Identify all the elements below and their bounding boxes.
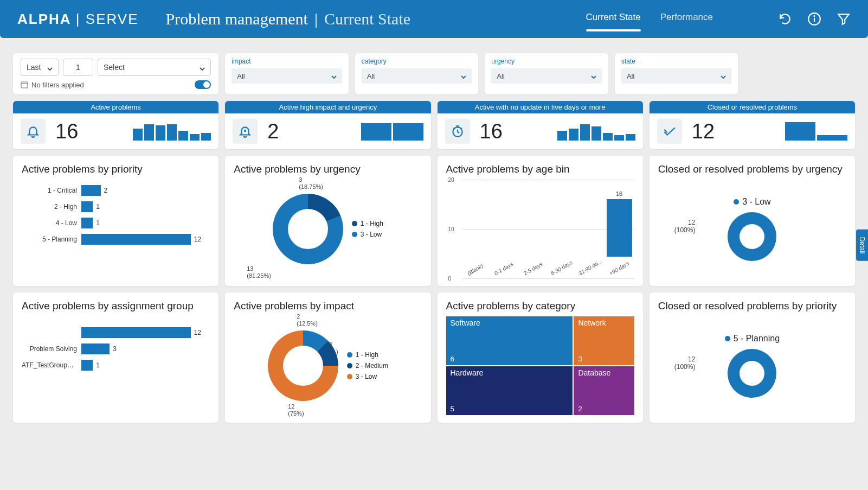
title-main: Problem management [166, 10, 308, 28]
kpi-no-update[interactable]: Active with no update in five days or mo… [438, 101, 643, 149]
chevron-down-icon [591, 73, 596, 79]
panel-category[interactable]: Active problems by category Software 6 N… [438, 292, 643, 423]
tree-cell-network[interactable]: Network 3 [574, 316, 634, 365]
slicer-category-value: All [367, 72, 375, 80]
slicer-impact: impact All [225, 53, 349, 94]
filter-icon[interactable] [837, 12, 851, 26]
info-icon[interactable] [807, 12, 821, 26]
legend-label: 1 - High [356, 351, 378, 359]
panel-impact[interactable]: Active problems by impact 1 - High 2 - M… [225, 292, 430, 423]
kpi-row: Active problems 16 Active high impact an… [13, 101, 855, 149]
slicer-category-label: category [362, 58, 472, 65]
tree-cell-database[interactable]: Database 2 [574, 366, 634, 415]
slicer-impact-label: impact [232, 58, 342, 65]
calendar-icon [21, 81, 28, 88]
title-sep: | [314, 10, 318, 28]
tree-cell-name: Network [578, 319, 606, 327]
kpi-value: 12 [692, 120, 715, 143]
panel-title: Active problems by urgency [234, 163, 422, 175]
brand-sep: | [76, 11, 86, 27]
chevron-down-icon [200, 65, 205, 70]
panel-assignment-group[interactable]: Active problems by assignment group 12 P… [13, 292, 218, 423]
hbar-value: 12 [194, 329, 201, 336]
donut-chart [268, 330, 338, 401]
tree-cell-software[interactable]: Software 6 [446, 316, 573, 365]
slicer-urgency-value: All [497, 72, 504, 80]
svg-point-2 [814, 16, 814, 16]
refresh-icon[interactable] [778, 12, 792, 26]
hbar-value: 12 [194, 236, 201, 243]
time-qty-input[interactable]: 1 [63, 59, 93, 76]
panel-urgency[interactable]: Active problems by urgency 1 - High 3 - … [225, 156, 430, 286]
kpi-value: 16 [480, 120, 503, 143]
tab-current-state[interactable]: Current State [586, 12, 641, 26]
time-unit-label: Select [104, 63, 125, 72]
tab-performance[interactable]: Performance [660, 12, 713, 26]
time-unit-select[interactable]: Select [98, 59, 211, 76]
legend-label: 3 - Low [742, 197, 770, 207]
detail-side-tab[interactable]: Detail [856, 229, 868, 261]
check-icon [657, 119, 682, 144]
nav-tabs: Current State Performance [586, 12, 713, 26]
slicer-category-select[interactable]: All [362, 68, 472, 84]
panel-age-bin[interactable]: Active problems by age bin 20 10 0 (Blan… [438, 156, 643, 286]
slicer-state-select[interactable]: All [621, 68, 732, 84]
slicer-impact-select[interactable]: All [232, 68, 342, 84]
callout: 12 (100%) [674, 355, 696, 371]
vbar-label: 2-5 days [522, 261, 543, 277]
hbar-row: Problem Solving 3 [22, 343, 210, 354]
y-tick: 20 [448, 177, 454, 183]
kpi-title: Active with no update in five days or mo… [438, 101, 643, 113]
slicer-urgency-select[interactable]: All [491, 68, 602, 84]
donut-chart [273, 194, 343, 264]
spark-chart [361, 122, 423, 141]
relative-toggle[interactable] [195, 80, 211, 89]
kpi-closed[interactable]: Closed or resolved problems 12 [650, 101, 855, 149]
kpi-title: Closed or resolved problems [650, 101, 855, 113]
hbar-label: ATF_TestGroup_Serv... [22, 361, 81, 369]
slicer-impact-value: All [237, 72, 245, 80]
main-content: Last 1 Select No filters applied [0, 38, 868, 438]
treemap-chart: Software 6 Network 3 Hardware 5 Database… [446, 316, 634, 415]
chevron-down-icon [461, 73, 466, 79]
brand-a: ALPHA [17, 11, 71, 27]
bell-alert-icon [233, 119, 258, 144]
panel-row-1: Active problems by priority 1 - Critical… [13, 156, 855, 286]
brand-b: SERVE [86, 11, 139, 27]
hbar-row: 12 [22, 327, 210, 338]
panel-title: Closed or resolved problems by priority [658, 300, 846, 312]
panel-priority[interactable]: Active problems by priority 1 - Critical… [13, 156, 218, 286]
hbar-value: 1 [96, 203, 100, 211]
panel-closed-priority[interactable]: Closed or resolved problems by priority … [650, 292, 855, 423]
detail-label: Detail [858, 237, 866, 253]
slicer-urgency: urgency All [485, 53, 608, 94]
tree-cell-value: 5 [451, 405, 454, 413]
kpi-high-impact[interactable]: Active high impact and urgency 2 [225, 101, 430, 149]
time-last-label: Last [27, 63, 41, 72]
donut-chart [728, 349, 776, 398]
chevron-down-icon [331, 73, 337, 79]
hbar-row: 4 - Low 1 [22, 218, 210, 228]
hbar-label: Problem Solving [22, 345, 81, 353]
callout-low: 13(81.25%) [247, 265, 271, 279]
header-actions [778, 12, 851, 26]
vbar-value: 16 [616, 190, 622, 197]
spark-chart [785, 122, 847, 141]
clock-icon [445, 119, 470, 144]
panel-title: Active problems by age bin [446, 163, 634, 175]
tree-cell-value: 2 [578, 405, 582, 413]
y-tick: 10 [448, 226, 454, 232]
tree-cell-value: 3 [578, 355, 582, 363]
tree-cell-hardware[interactable]: Hardware 5 [446, 366, 573, 415]
no-filters-label: No filters applied [31, 81, 84, 89]
panel-title: Active problems by impact [234, 300, 422, 312]
time-last-select[interactable]: Last [21, 59, 59, 76]
kpi-value: 16 [55, 120, 78, 143]
kpi-active-problems[interactable]: Active problems 16 [13, 101, 218, 149]
y-tick: 0 [448, 276, 452, 282]
hbar-label: 1 - Critical [22, 187, 81, 194]
slicer-state-label: state [621, 58, 732, 65]
chart-legend: 1 - High 2 - Medium 3 - Low [347, 351, 388, 380]
panel-title: Active problems by assignment group [22, 300, 210, 312]
panel-closed-urgency[interactable]: Closed or resolved problems by urgency 3… [650, 156, 855, 286]
